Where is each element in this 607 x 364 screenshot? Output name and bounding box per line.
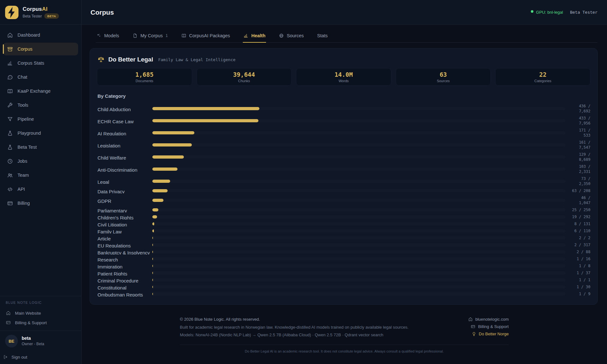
sidebar-item-beta-test[interactable]: Beta Test [3, 141, 78, 153]
category-label: Constitutional [98, 285, 152, 289]
org-link-label: Main Website [15, 311, 41, 316]
credit-card-icon [471, 324, 475, 329]
category-bar-track [152, 271, 566, 275]
category-bar-track [152, 119, 566, 122]
sidebar: CorpusAI Beta Tester BETA DashboardCorpu… [0, 0, 82, 364]
footer-link-label: Do Better Norge [479, 332, 509, 336]
book-icon [7, 88, 13, 94]
category-label: Children's Rights [98, 215, 152, 219]
footer-link-do-better-norge[interactable]: Do Better Norge [472, 332, 509, 336]
category-row-echr-case-law: ECHR Case Law433 / 7,956 [98, 115, 590, 127]
globe-icon [279, 33, 284, 38]
sidebar-item-billing[interactable]: Billing [3, 197, 78, 210]
stats-row: 1,685Documents39,644Chunks14.0MWords63So… [97, 68, 590, 86]
category-label: Anti-Discrimination [98, 167, 152, 172]
org-link-main-website[interactable]: Main Website [6, 308, 76, 318]
tab-models[interactable]: Models [96, 31, 120, 42]
tab-sources[interactable]: Sources [278, 31, 304, 42]
tab-health[interactable]: Health [243, 31, 266, 42]
team-icon [7, 172, 13, 178]
footer-link-billing-support[interactable]: Billing & Support [471, 324, 509, 329]
sidebar-item-kaap-exchange[interactable]: KaaP Exchange [3, 85, 78, 97]
category-bar-track [152, 264, 566, 268]
sidebar-item-api[interactable]: API [3, 183, 78, 196]
category-label: Legal [98, 179, 152, 184]
sidebar-item-label: Corpus Stats [18, 61, 44, 66]
stat-value: 1,685 [135, 71, 154, 78]
tab-label: Sources [287, 33, 304, 38]
category-row-anti-discrimination: Anti-Discrimination103 / 2,331 [98, 163, 590, 175]
category-bar-fill [152, 292, 153, 296]
tab-label: Stats [317, 33, 328, 38]
tab-stats[interactable]: Stats [316, 31, 328, 42]
footer-link-bluenotelogic-com[interactable]: bluenotelogic.com [468, 317, 509, 322]
category-value: 6 / 110 [570, 227, 590, 234]
sign-out-button[interactable]: Sign out [0, 351, 81, 364]
app-root: CorpusAI Beta Tester BETA DashboardCorpu… [0, 0, 607, 364]
user-block: BE beta Owner - Beta [0, 331, 81, 351]
category-bar-track [152, 278, 566, 282]
sidebar-item-label: Pipeline [18, 117, 34, 122]
stat-value: 22 [539, 71, 546, 78]
category-bar-fill [152, 222, 154, 225]
category-row-children-s-rights: Children's Rights19 / 292 [98, 213, 590, 220]
category-label: Research [98, 257, 152, 261]
home-icon [468, 317, 473, 322]
sidebar-item-pipeline[interactable]: Pipeline [3, 113, 78, 125]
category-value: 63 / 208 [570, 187, 590, 194]
chat-icon [7, 74, 13, 80]
org-section: BLUE NOTE LOGIC Main WebsiteBilling & Su… [0, 296, 81, 331]
category-value: 1 / 1 [570, 276, 590, 283]
sidebar-item-label: Dashboard [18, 32, 40, 38]
org-links: Main WebsiteBilling & Support [6, 308, 76, 327]
stat-value: 14.0M [335, 71, 353, 78]
brand-name-accent: AI [42, 6, 47, 12]
category-row-criminal-procedure: Criminal Procedure1 / 1 [98, 276, 590, 283]
stat-tile-documents: 1,685Documents [97, 68, 192, 86]
category-label: GDPR [98, 198, 152, 203]
sidebar-item-team[interactable]: Team [3, 169, 78, 182]
logo-tile [5, 6, 18, 19]
home-icon [7, 32, 13, 38]
gpu-status-label: GPU: bnl-legal [536, 10, 563, 15]
sidebar-item-tools[interactable]: Tools [3, 99, 78, 111]
category-row-legislation: Legislation161 / 7,547 [98, 139, 590, 151]
stat-label: Sources [437, 79, 450, 83]
bar-chart-icon [243, 33, 249, 38]
tab-my-corpus[interactable]: My Corpus1 [132, 31, 169, 42]
org-link-label: Billing & Support [15, 320, 47, 325]
stat-tile-sources: 63Sources [396, 68, 491, 86]
category-bar-track [152, 199, 566, 202]
sidebar-item-corpus-stats[interactable]: Corpus Stats [3, 57, 78, 69]
category-bar-fill [152, 119, 258, 122]
category-bar-fill [152, 250, 153, 253]
tab-corpusai-packages[interactable]: CorpusAI Packages [181, 31, 231, 42]
category-value: 46 / 1,047 [570, 194, 590, 206]
stat-tile-words: 14.0MWords [296, 68, 391, 86]
tab-count-badge: 1 [166, 33, 168, 38]
category-bar-track [152, 257, 566, 261]
category-bar-track [152, 180, 566, 183]
sidebar-item-jobs[interactable]: Jobs [3, 155, 78, 168]
category-bar-track [152, 155, 566, 159]
category-value: 2 / 88 [570, 248, 590, 255]
sidebar-item-corpus[interactable]: Corpus [3, 43, 78, 55]
flask-icon [7, 130, 13, 136]
footer-disclaimer: Do Better Legal AI is an academic resear… [180, 349, 509, 353]
footer-models: Models: NorwAI-24B (Nordic NLP Lab) → Qw… [180, 332, 409, 337]
stat-tile-categories: 22Categories [495, 68, 590, 86]
category-label: Article [98, 236, 152, 240]
category-row-immigration: Immigration1 / 8 [98, 262, 590, 269]
category-row-ai-regulation: AI Regulation171 / 533 [98, 127, 590, 139]
org-link-billing-support[interactable]: Billing & Support [6, 318, 76, 327]
category-value: 103 / 2,331 [570, 163, 590, 175]
sidebar-item-dashboard[interactable]: Dashboard [3, 29, 78, 41]
category-row-research: Research1 / 16 [98, 255, 590, 262]
sidebar-item-chat[interactable]: Chat [3, 71, 78, 83]
category-bar-fill [152, 257, 153, 261]
category-bar-fill [152, 208, 158, 211]
category-label: Parliamentary [98, 208, 152, 212]
category-value: 171 / 533 [570, 127, 590, 139]
category-bar-fill [152, 271, 153, 275]
sidebar-item-playground[interactable]: Playground [3, 127, 78, 139]
